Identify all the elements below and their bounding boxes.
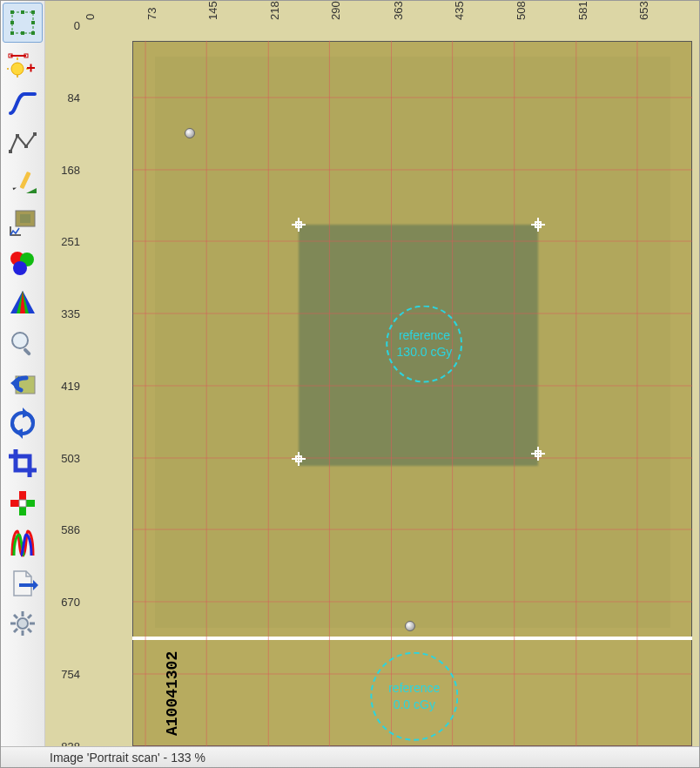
ruler-h-tick: 363 [392, 1, 405, 20]
svg-marker-45 [33, 580, 38, 590]
svg-rect-0 [12, 12, 33, 33]
ruler-horizontal: 073145218290363435508581653726 [84, 1, 699, 25]
fiducial-dot [405, 621, 415, 631]
svg-line-52 [28, 629, 31, 632]
reference-value: 130.0 cGy [397, 344, 453, 360]
svg-rect-6 [10, 31, 14, 35]
tool-color-channels[interactable] [3, 243, 43, 283]
corner-crosshair[interactable] [531, 447, 545, 461]
ruler-v-tick: 670 [61, 596, 80, 609]
svg-rect-27 [20, 214, 30, 223]
svg-rect-1 [10, 10, 14, 14]
profile-line-icon [7, 127, 38, 158]
svg-marker-24 [12, 186, 17, 191]
tool-rgb-prism[interactable] [3, 283, 43, 323]
reference-value: 0.0 cGy [394, 697, 435, 713]
tool-rotate[interactable] [3, 403, 43, 443]
status-bar: Image 'Portrait scan' - 133 % [1, 746, 699, 767]
toolbar [1, 1, 45, 746]
color-channels-icon [7, 247, 38, 279]
tool-color-balance[interactable] [3, 483, 43, 523]
calibration-curve-icon [7, 87, 38, 118]
tool-inset-preview[interactable] [3, 203, 43, 243]
crop-icon [7, 448, 38, 479]
plot-area[interactable]: A10041302 reference130.0 cGyreference0.0… [84, 25, 699, 746]
svg-marker-25 [26, 188, 37, 193]
svg-rect-5 [31, 21, 35, 24]
svg-rect-23 [20, 172, 31, 189]
svg-rect-35 [23, 347, 31, 356]
tool-calibration-curve[interactable] [3, 83, 43, 123]
svg-rect-19 [9, 150, 12, 153]
grid-overlay [84, 25, 699, 746]
rgb-prism-icon [7, 287, 38, 319]
svg-rect-22 [33, 132, 37, 136]
svg-rect-2 [21, 10, 24, 14]
ruler-h-tick: 0 [84, 14, 97, 20]
ruler-v-tick: 838 [61, 740, 80, 747]
export-icon [7, 568, 38, 599]
svg-point-46 [17, 618, 28, 629]
ruler-v-tick: 251 [61, 235, 80, 248]
tool-channel-merge[interactable] [3, 523, 43, 563]
svg-rect-8 [31, 31, 35, 35]
svg-point-12 [11, 63, 24, 75]
image-canvas[interactable]: 073145218290363435508581653726 084168251… [45, 1, 699, 746]
ruler-v-tick: 586 [61, 523, 80, 536]
tool-select-roi[interactable] [3, 3, 43, 43]
status-text: Image 'Portrait scan' - 133 % [50, 751, 205, 765]
undo-icon [7, 367, 38, 399]
ruler-h-tick: 435 [453, 1, 466, 20]
ruler-vertical: 084168251335419503586670754838 [45, 25, 84, 746]
ruler-h-tick: 145 [206, 1, 219, 20]
svg-rect-7 [21, 31, 24, 35]
film-code-label: A10041302 [164, 651, 181, 736]
ruler-v-tick: 335 [61, 307, 80, 320]
zoom-icon [7, 327, 38, 359]
ruler-h-tick: 581 [576, 1, 589, 20]
tool-align-points[interactable] [3, 43, 43, 83]
svg-point-30 [13, 261, 27, 275]
channel-merge-icon [7, 528, 38, 559]
svg-point-34 [12, 333, 28, 348]
corner-crosshair[interactable] [292, 218, 306, 232]
inset-preview-icon [7, 207, 38, 239]
ruler-v-tick: 168 [61, 163, 80, 176]
ruler-v-tick: 503 [61, 451, 80, 464]
reference-label: reference [388, 680, 440, 697]
svg-rect-3 [31, 10, 35, 14]
svg-line-53 [28, 615, 31, 618]
ruler-h-tick: 218 [268, 1, 281, 20]
svg-rect-21 [24, 145, 28, 148]
tool-export[interactable] [3, 563, 43, 603]
svg-line-54 [14, 629, 17, 632]
ruler-h-tick: 290 [329, 1, 342, 20]
select-roi-icon [7, 7, 38, 38]
align-points-icon [7, 47, 38, 78]
ruler-v-tick: 419 [61, 380, 80, 393]
tool-profile-line[interactable] [3, 123, 43, 163]
tool-settings[interactable] [3, 603, 43, 643]
ruler-v-tick: 84 [68, 91, 80, 104]
annotate-icon [7, 167, 38, 199]
corner-crosshair[interactable] [292, 452, 306, 466]
svg-line-51 [14, 615, 17, 618]
tool-zoom[interactable] [3, 323, 43, 363]
ruler-h-tick: 653 [637, 1, 650, 20]
tool-annotate[interactable] [3, 163, 43, 203]
svg-rect-44 [19, 500, 26, 507]
ruler-h-tick: 508 [515, 1, 528, 20]
ruler-v-tick: 754 [61, 668, 80, 681]
svg-rect-4 [10, 21, 14, 24]
tool-crop[interactable] [3, 443, 43, 483]
svg-rect-20 [16, 134, 19, 138]
reference-label: reference [399, 327, 450, 344]
reference-roi[interactable]: reference0.0 cGy [370, 651, 458, 741]
tool-undo[interactable] [3, 363, 43, 403]
corner-crosshair[interactable] [531, 218, 545, 232]
reference-roi[interactable]: reference130.0 cGy [387, 305, 463, 382]
color-balance-icon [7, 488, 38, 519]
ruler-v-tick: 0 [74, 19, 80, 32]
settings-icon [7, 608, 38, 639]
rotate-icon [7, 408, 38, 439]
